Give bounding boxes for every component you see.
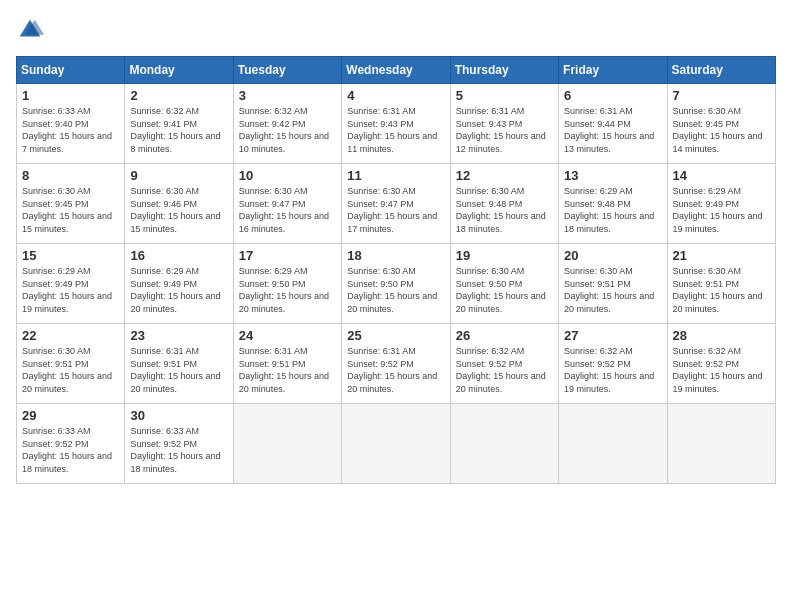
day-number: 19 bbox=[456, 248, 553, 263]
day-number: 18 bbox=[347, 248, 444, 263]
day-number: 21 bbox=[673, 248, 770, 263]
day-number: 2 bbox=[130, 88, 227, 103]
calendar-cell: 24 Sunrise: 6:31 AMSunset: 9:51 PMDaylig… bbox=[233, 324, 341, 404]
day-number: 6 bbox=[564, 88, 661, 103]
column-header-saturday: Saturday bbox=[667, 57, 775, 84]
column-header-thursday: Thursday bbox=[450, 57, 558, 84]
day-number: 23 bbox=[130, 328, 227, 343]
day-info: Sunrise: 6:32 AMSunset: 9:42 PMDaylight:… bbox=[239, 106, 329, 154]
day-info: Sunrise: 6:31 AMSunset: 9:44 PMDaylight:… bbox=[564, 106, 654, 154]
day-number: 22 bbox=[22, 328, 119, 343]
calendar-cell: 25 Sunrise: 6:31 AMSunset: 9:52 PMDaylig… bbox=[342, 324, 450, 404]
calendar-cell: 2 Sunrise: 6:32 AMSunset: 9:41 PMDayligh… bbox=[125, 84, 233, 164]
day-info: Sunrise: 6:31 AMSunset: 9:51 PMDaylight:… bbox=[239, 346, 329, 394]
day-info: Sunrise: 6:30 AMSunset: 9:51 PMDaylight:… bbox=[673, 266, 763, 314]
calendar-cell: 10 Sunrise: 6:30 AMSunset: 9:47 PMDaylig… bbox=[233, 164, 341, 244]
calendar-cell bbox=[450, 404, 558, 484]
day-number: 20 bbox=[564, 248, 661, 263]
calendar-cell: 26 Sunrise: 6:32 AMSunset: 9:52 PMDaylig… bbox=[450, 324, 558, 404]
logo-icon bbox=[16, 16, 44, 44]
day-number: 3 bbox=[239, 88, 336, 103]
day-number: 25 bbox=[347, 328, 444, 343]
calendar-cell: 23 Sunrise: 6:31 AMSunset: 9:51 PMDaylig… bbox=[125, 324, 233, 404]
calendar-cell bbox=[233, 404, 341, 484]
day-number: 8 bbox=[22, 168, 119, 183]
day-number: 7 bbox=[673, 88, 770, 103]
day-number: 9 bbox=[130, 168, 227, 183]
calendar-cell bbox=[667, 404, 775, 484]
day-number: 30 bbox=[130, 408, 227, 423]
day-number: 10 bbox=[239, 168, 336, 183]
calendar-cell: 16 Sunrise: 6:29 AMSunset: 9:49 PMDaylig… bbox=[125, 244, 233, 324]
day-number: 17 bbox=[239, 248, 336, 263]
day-info: Sunrise: 6:29 AMSunset: 9:49 PMDaylight:… bbox=[673, 186, 763, 234]
calendar-cell: 20 Sunrise: 6:30 AMSunset: 9:51 PMDaylig… bbox=[559, 244, 667, 324]
calendar-cell: 19 Sunrise: 6:30 AMSunset: 9:50 PMDaylig… bbox=[450, 244, 558, 324]
calendar-cell: 22 Sunrise: 6:30 AMSunset: 9:51 PMDaylig… bbox=[17, 324, 125, 404]
day-info: Sunrise: 6:30 AMSunset: 9:47 PMDaylight:… bbox=[347, 186, 437, 234]
column-header-wednesday: Wednesday bbox=[342, 57, 450, 84]
day-number: 28 bbox=[673, 328, 770, 343]
day-number: 13 bbox=[564, 168, 661, 183]
day-info: Sunrise: 6:30 AMSunset: 9:48 PMDaylight:… bbox=[456, 186, 546, 234]
day-number: 11 bbox=[347, 168, 444, 183]
calendar-cell: 8 Sunrise: 6:30 AMSunset: 9:45 PMDayligh… bbox=[17, 164, 125, 244]
day-info: Sunrise: 6:31 AMSunset: 9:43 PMDaylight:… bbox=[456, 106, 546, 154]
day-info: Sunrise: 6:32 AMSunset: 9:52 PMDaylight:… bbox=[456, 346, 546, 394]
calendar-cell: 3 Sunrise: 6:32 AMSunset: 9:42 PMDayligh… bbox=[233, 84, 341, 164]
calendar-cell: 28 Sunrise: 6:32 AMSunset: 9:52 PMDaylig… bbox=[667, 324, 775, 404]
day-info: Sunrise: 6:32 AMSunset: 9:52 PMDaylight:… bbox=[673, 346, 763, 394]
day-number: 26 bbox=[456, 328, 553, 343]
calendar-cell: 11 Sunrise: 6:30 AMSunset: 9:47 PMDaylig… bbox=[342, 164, 450, 244]
calendar-cell bbox=[342, 404, 450, 484]
calendar-cell: 1 Sunrise: 6:33 AMSunset: 9:40 PMDayligh… bbox=[17, 84, 125, 164]
day-number: 15 bbox=[22, 248, 119, 263]
calendar-table: SundayMondayTuesdayWednesdayThursdayFrid… bbox=[16, 56, 776, 484]
week-row-5: 29 Sunrise: 6:33 AMSunset: 9:52 PMDaylig… bbox=[17, 404, 776, 484]
calendar-cell: 4 Sunrise: 6:31 AMSunset: 9:43 PMDayligh… bbox=[342, 84, 450, 164]
calendar-cell: 5 Sunrise: 6:31 AMSunset: 9:43 PMDayligh… bbox=[450, 84, 558, 164]
day-info: Sunrise: 6:32 AMSunset: 9:52 PMDaylight:… bbox=[564, 346, 654, 394]
day-info: Sunrise: 6:30 AMSunset: 9:46 PMDaylight:… bbox=[130, 186, 220, 234]
day-info: Sunrise: 6:33 AMSunset: 9:52 PMDaylight:… bbox=[130, 426, 220, 474]
day-info: Sunrise: 6:29 AMSunset: 9:49 PMDaylight:… bbox=[130, 266, 220, 314]
calendar-cell: 12 Sunrise: 6:30 AMSunset: 9:48 PMDaylig… bbox=[450, 164, 558, 244]
day-info: Sunrise: 6:30 AMSunset: 9:45 PMDaylight:… bbox=[673, 106, 763, 154]
day-info: Sunrise: 6:33 AMSunset: 9:40 PMDaylight:… bbox=[22, 106, 112, 154]
day-number: 14 bbox=[673, 168, 770, 183]
calendar-cell: 17 Sunrise: 6:29 AMSunset: 9:50 PMDaylig… bbox=[233, 244, 341, 324]
calendar-cell: 14 Sunrise: 6:29 AMSunset: 9:49 PMDaylig… bbox=[667, 164, 775, 244]
day-number: 27 bbox=[564, 328, 661, 343]
calendar-cell: 13 Sunrise: 6:29 AMSunset: 9:48 PMDaylig… bbox=[559, 164, 667, 244]
calendar-cell: 27 Sunrise: 6:32 AMSunset: 9:52 PMDaylig… bbox=[559, 324, 667, 404]
week-row-3: 15 Sunrise: 6:29 AMSunset: 9:49 PMDaylig… bbox=[17, 244, 776, 324]
calendar-cell: 6 Sunrise: 6:31 AMSunset: 9:44 PMDayligh… bbox=[559, 84, 667, 164]
day-number: 1 bbox=[22, 88, 119, 103]
column-header-monday: Monday bbox=[125, 57, 233, 84]
day-info: Sunrise: 6:29 AMSunset: 9:50 PMDaylight:… bbox=[239, 266, 329, 314]
day-info: Sunrise: 6:29 AMSunset: 9:49 PMDaylight:… bbox=[22, 266, 112, 314]
column-header-friday: Friday bbox=[559, 57, 667, 84]
day-info: Sunrise: 6:33 AMSunset: 9:52 PMDaylight:… bbox=[22, 426, 112, 474]
day-number: 24 bbox=[239, 328, 336, 343]
day-info: Sunrise: 6:29 AMSunset: 9:48 PMDaylight:… bbox=[564, 186, 654, 234]
calendar-cell: 9 Sunrise: 6:30 AMSunset: 9:46 PMDayligh… bbox=[125, 164, 233, 244]
day-info: Sunrise: 6:30 AMSunset: 9:45 PMDaylight:… bbox=[22, 186, 112, 234]
day-info: Sunrise: 6:31 AMSunset: 9:43 PMDaylight:… bbox=[347, 106, 437, 154]
calendar-cell bbox=[559, 404, 667, 484]
week-row-4: 22 Sunrise: 6:30 AMSunset: 9:51 PMDaylig… bbox=[17, 324, 776, 404]
calendar-cell: 30 Sunrise: 6:33 AMSunset: 9:52 PMDaylig… bbox=[125, 404, 233, 484]
week-row-1: 1 Sunrise: 6:33 AMSunset: 9:40 PMDayligh… bbox=[17, 84, 776, 164]
header bbox=[16, 16, 776, 44]
day-number: 12 bbox=[456, 168, 553, 183]
calendar-cell: 21 Sunrise: 6:30 AMSunset: 9:51 PMDaylig… bbox=[667, 244, 775, 324]
day-info: Sunrise: 6:32 AMSunset: 9:41 PMDaylight:… bbox=[130, 106, 220, 154]
column-header-sunday: Sunday bbox=[17, 57, 125, 84]
day-info: Sunrise: 6:30 AMSunset: 9:47 PMDaylight:… bbox=[239, 186, 329, 234]
logo bbox=[16, 16, 48, 44]
day-info: Sunrise: 6:30 AMSunset: 9:50 PMDaylight:… bbox=[456, 266, 546, 314]
day-number: 4 bbox=[347, 88, 444, 103]
day-info: Sunrise: 6:31 AMSunset: 9:52 PMDaylight:… bbox=[347, 346, 437, 394]
day-number: 16 bbox=[130, 248, 227, 263]
calendar-cell: 18 Sunrise: 6:30 AMSunset: 9:50 PMDaylig… bbox=[342, 244, 450, 324]
